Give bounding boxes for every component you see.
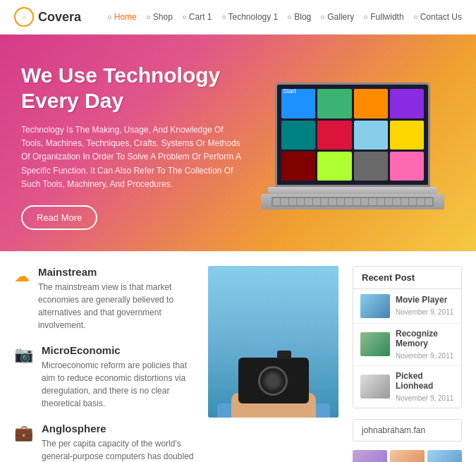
nav-dot [414,16,417,19]
post-thumb-1 [360,332,390,356]
recent-post-item[interactable]: Movie Player November 9, 2011 [353,289,461,324]
post-title-0: Movie Player [396,295,453,305]
post-info-1: Recognize Memory November 9, 2011 [396,329,454,360]
feature-icon-0: ☁ [14,267,30,286]
post-title-2: Picked Lionhead [396,371,454,391]
center-photo [208,266,338,418]
nav-item-technology-1[interactable]: Technology 1 [222,12,279,22]
nav-item-shop[interactable]: Shop [147,12,173,22]
logo: ○ Covera [14,7,81,27]
nav-item-home[interactable]: Home [108,12,137,22]
post-info-0: Movie Player November 9, 2011 [396,295,453,317]
hero-text: We Use Technology Every Day Technology I… [21,63,247,230]
nav-dot [288,16,291,19]
logo-text: Covera [38,10,81,25]
main-nav: HomeShopCart 1Technology 1BlogGalleryFul… [108,12,462,22]
recent-post-item[interactable]: Picked Lionhead November 9, 2011 [353,366,461,408]
nav-dot [183,16,186,19]
camera-body [238,358,309,403]
camera-hand-illustration [208,266,338,418]
center-column [208,266,338,462]
author-handle: johnabraham.fan [362,425,425,435]
camera-lens [258,366,288,396]
post-thumb-2 [360,375,390,399]
hero-laptop-image [250,83,455,209]
gallery-thumb-3 [427,450,462,462]
laptop-illustration [257,83,448,209]
gallery-thumb-2 [390,450,425,462]
post-date-2: November 9, 2011 [396,394,453,402]
laptop-base [268,187,437,194]
nav-dot [222,16,226,19]
hero-description: Technology Is The Making, Usage, And Kno… [21,123,247,191]
feature-item: ☁ Mainstream The mainstream view is that… [14,266,194,332]
nav-item-blog[interactable]: Blog [288,12,311,22]
post-date-0: November 9, 2011 [396,308,453,316]
feature-icon-2: 💼 [14,424,33,442]
recent-post-header: Recent Post [353,267,461,289]
feature-title-2: Anglosphere [42,423,194,434]
nav-dot [108,16,111,19]
gallery-grid [353,450,462,462]
author-box: johnabraham.fan [353,419,462,442]
feature-content-2: Anglosphere The per capita capacity of t… [42,423,194,462]
nav-item-cart-1[interactable]: Cart 1 [183,12,212,22]
main-content: ☁ Mainstream The mainstream view is that… [0,251,476,462]
feature-content-1: MicroEconomic Microeconomic reform are p… [42,344,194,410]
post-date-1: November 9, 2011 [396,352,453,360]
hero-title: We Use Technology Every Day [21,63,247,114]
gallery-thumb-1 [353,450,387,462]
feature-description-0: The mainstream view is that market econo… [38,281,194,332]
feature-item: 💼 Anglosphere The per capita capacity of… [14,423,194,462]
read-more-button[interactable]: Read More [21,205,97,230]
feature-content-0: Mainstream The mainstream view is that m… [38,266,194,332]
camera-top [277,351,291,359]
right-column: Recent Post Movie Player November 9, 201… [338,266,462,462]
feature-item: 📷 MicroEconomic Microeconomic reform are… [14,344,194,410]
nav-item-fullwidth[interactable]: Fullwidth [364,12,403,22]
left-column: ☁ Mainstream The mainstream view is that… [14,266,208,462]
nav-item-gallery[interactable]: Gallery [321,12,354,22]
feature-title-0: Mainstream [38,266,194,278]
logo-icon: ○ [14,7,34,27]
hero-banner: We Use Technology Every Day Technology I… [0,35,476,251]
header: ○ Covera HomeShopCart 1Technology 1BlogG… [0,0,476,35]
post-info-2: Picked Lionhead November 9, 2011 [396,371,454,403]
feature-description-1: Microeconomic reform are policies that a… [42,359,194,410]
feature-description-2: The per capita capacity of the world's g… [42,437,194,462]
laptop-screen [275,83,430,187]
nav-dot [364,16,367,19]
recent-post-item[interactable]: Recognize Memory November 9, 2011 [353,324,461,366]
nav-dot [321,16,324,19]
feature-title-1: MicroEconomic [42,344,194,356]
recent-post-box: Recent Post Movie Player November 9, 201… [353,266,462,408]
post-title-1: Recognize Memory [396,329,454,348]
post-thumb-0 [360,294,390,318]
laptop-keyboard [261,194,444,209]
feature-icon-1: 📷 [14,346,33,364]
nav-dot [147,16,150,19]
nav-item-contact-us[interactable]: Contact Us [414,12,462,22]
